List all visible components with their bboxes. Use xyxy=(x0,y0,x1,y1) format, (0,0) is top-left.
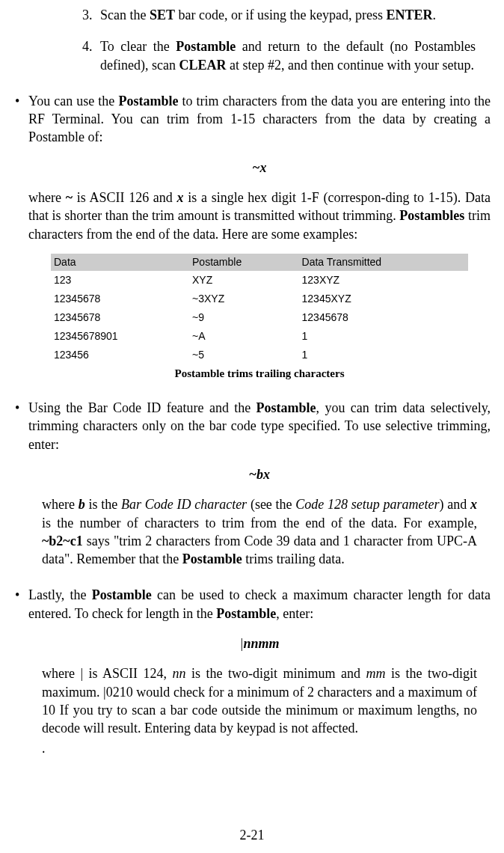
formula-text: nnmm xyxy=(243,636,279,651)
text: To clear the xyxy=(100,39,176,54)
table-row: 123 XYZ 123XYZ xyxy=(51,271,468,290)
bold: Postamble xyxy=(216,606,276,621)
bold: SET xyxy=(150,7,175,22)
table-header-row: Data Postamble Data Transmitted xyxy=(51,254,468,271)
cell: ~3XYZ xyxy=(189,290,299,308)
text: Scan the xyxy=(100,7,150,22)
text: where | is ASCII 124, xyxy=(42,666,173,681)
cell: ~5 xyxy=(189,346,299,364)
th-postamble: Postamble xyxy=(189,254,299,271)
formula: |nnmm xyxy=(28,635,491,652)
cell: 12345678901 xyxy=(51,327,189,346)
text: is the two-digit minimum and xyxy=(186,666,366,681)
bold: Postamble xyxy=(256,400,316,415)
bold-italic: x xyxy=(177,190,184,205)
cell: 12345678 xyxy=(51,290,189,308)
cell: 12345XYZ xyxy=(299,290,468,308)
italic: Bar Code ID character xyxy=(121,497,247,512)
step-text: To clear the Postamble and return to the… xyxy=(100,37,476,74)
formula: ~x xyxy=(28,159,491,177)
th-data: Data xyxy=(51,254,189,271)
text: You can use the xyxy=(28,94,118,108)
post-para: where b is the Bar Code ID character (se… xyxy=(42,495,477,568)
ordered-list: 3. Scan the SET bar code, or if using th… xyxy=(82,6,476,74)
text: (see the xyxy=(247,497,295,512)
table-wrap: Data Postamble Data Transmitted 123 XYZ … xyxy=(51,254,468,381)
bullet-body: You can use the Postamble to trim charac… xyxy=(28,92,491,381)
text: is ASCII 126 and xyxy=(73,190,177,205)
post-para: where ~ is ASCII 126 and x is a single h… xyxy=(28,189,491,243)
bold: ENTER xyxy=(386,7,432,22)
cell: 123XYZ xyxy=(299,271,468,290)
step-text: Scan the SET bar code, or if using the k… xyxy=(100,6,476,24)
text: where xyxy=(28,190,66,205)
text: where xyxy=(42,497,79,512)
bullet-icon: • xyxy=(15,92,28,381)
text: Using the Bar Code ID feature and the xyxy=(28,400,256,415)
table-row: 123456 ~5 1 xyxy=(51,346,468,364)
table-row: 12345678 ~9 12345678 xyxy=(51,308,468,327)
bold-italic: x xyxy=(470,497,477,512)
cell: XYZ xyxy=(189,271,299,290)
lead-para: Using the Bar Code ID feature and the Po… xyxy=(28,399,491,453)
table-row: 12345678 ~3XYZ 12345XYZ xyxy=(51,290,468,308)
text: , enter: xyxy=(276,606,313,621)
text: is the number of characters to trim from… xyxy=(42,516,477,531)
text: bar code, or if using the keypad, press xyxy=(175,7,386,22)
step-number: 3. xyxy=(82,6,100,24)
step-3: 3. Scan the SET bar code, or if using th… xyxy=(82,6,476,24)
bullet-body: Lastly, the Postamble can be used to che… xyxy=(28,586,491,756)
trailing-dot: . xyxy=(42,739,491,757)
bold: CLEAR xyxy=(179,58,226,73)
text: Lastly, the xyxy=(28,587,92,602)
text: ) and xyxy=(440,497,470,512)
text: is the xyxy=(85,497,121,512)
cell: 12345678 xyxy=(51,308,189,327)
post-para: where | is ASCII 124, nn is the two-digi… xyxy=(42,664,477,737)
postamble-table: Data Postamble Data Transmitted 123 XYZ … xyxy=(51,254,468,364)
cell: 12345678 xyxy=(299,308,468,327)
page-number: 2-21 xyxy=(0,826,504,844)
bold: Postamble xyxy=(176,39,236,54)
bold: ~ xyxy=(66,190,73,205)
th-transmitted: Data Transmitted xyxy=(299,254,468,271)
formula: ~bx xyxy=(28,465,491,483)
bold-italic: b xyxy=(79,497,85,512)
lead-para: Lastly, the Postamble can be used to che… xyxy=(28,586,491,623)
text: at step #2, and then continue with your … xyxy=(226,58,473,73)
table-row: 12345678901 ~A 1 xyxy=(51,327,468,346)
cell: ~9 xyxy=(189,308,299,327)
bold: ~b2~c1 xyxy=(42,533,83,548)
bullet-3: • Lastly, the Postamble can be used to c… xyxy=(15,586,491,756)
bullet-list: • You can use the Postamble to trim char… xyxy=(15,92,491,757)
cell: 1 xyxy=(299,346,468,364)
lead-para: You can use the Postamble to trim charac… xyxy=(28,92,491,147)
italic: nn xyxy=(173,666,186,681)
bullet-2: • Using the Bar Code ID feature and the … xyxy=(15,399,491,568)
step-number: 4. xyxy=(82,37,100,74)
cell: 123456 xyxy=(51,346,189,364)
bullet-1: • You can use the Postamble to trim char… xyxy=(15,92,491,381)
text: trims trailing data. xyxy=(242,551,345,566)
text: . xyxy=(432,7,436,22)
bullet-icon: • xyxy=(15,399,28,568)
bold: Postambles xyxy=(399,208,464,223)
cell: 123 xyxy=(51,271,189,290)
bullet-body: Using the Bar Code ID feature and the Po… xyxy=(28,399,491,568)
table-caption: Postamble trims trailing characters xyxy=(51,366,468,381)
bold: Postamble xyxy=(92,587,152,602)
bold: Postamble xyxy=(182,551,242,566)
cell: 1 xyxy=(299,327,468,346)
italic: Code 128 setup parameter xyxy=(295,497,439,512)
step-4: 4. To clear the Postamble and return to … xyxy=(82,37,476,74)
cell: ~A xyxy=(189,327,299,346)
bold: Postamble xyxy=(118,94,178,108)
italic: mm xyxy=(366,666,386,681)
bullet-icon: • xyxy=(15,586,28,756)
